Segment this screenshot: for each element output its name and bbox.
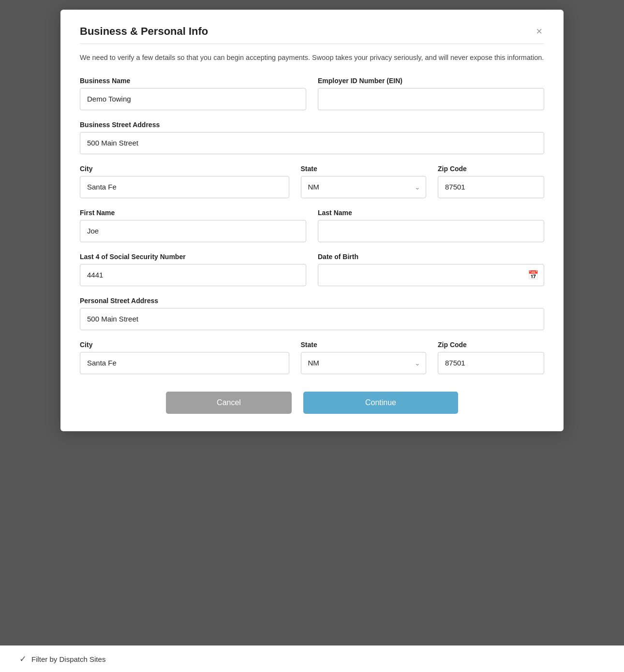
personal-street-input[interactable] [80, 308, 544, 330]
group-zip: Zip Code [438, 165, 544, 198]
group-dob: Date of Birth 📅 [318, 253, 544, 286]
close-button[interactable]: × [534, 26, 544, 37]
row-business-name-ein: Business Name Employer ID Number (EIN) [80, 77, 544, 110]
first-name-input[interactable] [80, 220, 306, 242]
personal-zip-input[interactable] [438, 352, 544, 374]
business-name-label: Business Name [80, 77, 306, 85]
dob-date-wrapper: 📅 [318, 264, 544, 286]
row-business-street: Business Street Address [80, 121, 544, 154]
group-first-name: First Name [80, 209, 306, 242]
group-personal-state: State ALAKAZARCACOCTDEFLGAHIIDILINIAKSKY… [301, 341, 427, 374]
last-name-label: Last Name [318, 209, 544, 217]
ssn-input[interactable] [80, 264, 306, 286]
personal-state-label: State [301, 341, 427, 349]
personal-city-input[interactable] [80, 352, 289, 374]
group-last-name: Last Name [318, 209, 544, 242]
zip-input[interactable] [438, 176, 544, 198]
state-select[interactable]: ALAKAZARCACOCTDEFLGAHIIDILINIAKSKYLAMEMD… [301, 176, 427, 198]
personal-state-select-wrapper: ALAKAZARCACOCTDEFLGAHIIDILINIAKSKYLAMEMD… [301, 352, 427, 374]
form-actions: Cancel Continue [80, 392, 544, 414]
group-state: State ALAKAZARCACOCTDEFLGAHIIDILINIAKSKY… [301, 165, 427, 198]
cancel-button[interactable]: Cancel [166, 392, 292, 414]
business-street-label: Business Street Address [80, 121, 544, 129]
personal-state-select[interactable]: ALAKAZARCACOCTDEFLGAHIIDILINIAKSKYLAMEMD… [301, 352, 427, 374]
ein-label: Employer ID Number (EIN) [318, 77, 544, 85]
filter-dispatch-sites-label: Filter by Dispatch Sites [31, 655, 105, 663]
modal-header: Business & Personal Info × [80, 25, 544, 38]
modal-overlay: Business & Personal Info × We need to ve… [0, 0, 624, 672]
row-business-city-state-zip: City State ALAKAZARCACOCTDEFLGAHIIDILINI… [80, 165, 544, 198]
personal-city-label: City [80, 341, 289, 349]
group-personal-city: City [80, 341, 289, 374]
row-personal-city-state-zip: City State ALAKAZARCACOCTDEFLGAHIIDILINI… [80, 341, 544, 374]
modal-description: We need to verify a few details so that … [80, 53, 544, 63]
row-ssn-dob: Last 4 of Social Security Number Date of… [80, 253, 544, 286]
business-name-input[interactable] [80, 88, 306, 110]
state-select-wrapper: ALAKAZARCACOCTDEFLGAHIIDILINIAKSKYLAMEMD… [301, 176, 427, 198]
continue-button[interactable]: Continue [303, 392, 458, 414]
group-personal-zip: Zip Code [438, 341, 544, 374]
personal-zip-label: Zip Code [438, 341, 544, 349]
dob-label: Date of Birth [318, 253, 544, 261]
personal-street-label: Personal Street Address [80, 297, 544, 305]
business-street-input[interactable] [80, 132, 544, 154]
city-input[interactable] [80, 176, 289, 198]
group-city: City [80, 165, 289, 198]
zip-label: Zip Code [438, 165, 544, 173]
business-personal-info-modal: Business & Personal Info × We need to ve… [60, 10, 564, 431]
group-business-street: Business Street Address [80, 121, 544, 154]
checkbox-icon: ✓ [19, 654, 27, 664]
city-label: City [80, 165, 289, 173]
group-personal-street: Personal Street Address [80, 297, 544, 330]
ein-input[interactable] [318, 88, 544, 110]
group-ssn: Last 4 of Social Security Number [80, 253, 306, 286]
dob-input[interactable] [318, 264, 544, 286]
last-name-input[interactable] [318, 220, 544, 242]
bottom-bar: ✓ Filter by Dispatch Sites [0, 645, 624, 672]
header-divider [80, 44, 544, 44]
group-ein: Employer ID Number (EIN) [318, 77, 544, 110]
row-personal-street: Personal Street Address [80, 297, 544, 330]
modal-title: Business & Personal Info [80, 25, 208, 38]
first-name-label: First Name [80, 209, 306, 217]
row-names: First Name Last Name [80, 209, 544, 242]
state-label: State [301, 165, 427, 173]
group-business-name: Business Name [80, 77, 306, 110]
ssn-label: Last 4 of Social Security Number [80, 253, 306, 261]
